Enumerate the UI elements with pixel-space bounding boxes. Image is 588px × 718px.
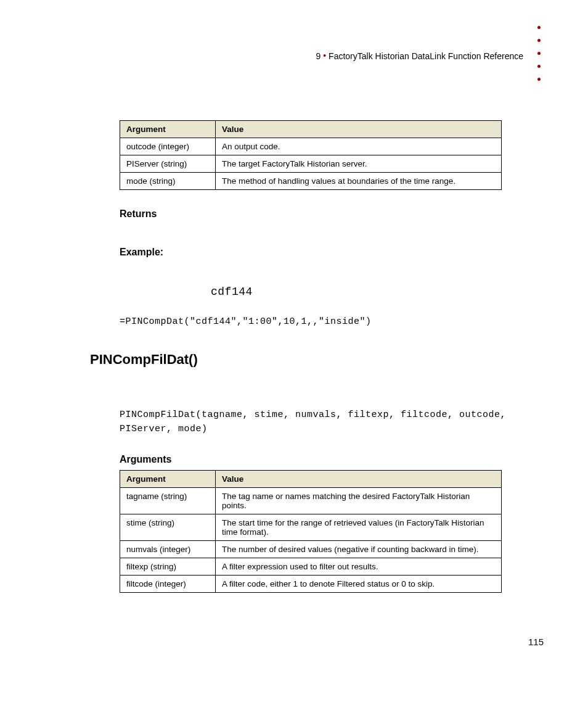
arg-name: outcode (integer): [120, 138, 216, 155]
arguments-table-top: Argument Value outcode (integer) An outp…: [120, 120, 502, 190]
arg-name: filtexp (string): [120, 558, 216, 575]
arguments-heading: Arguments: [120, 454, 544, 465]
col-header-value: Value: [216, 470, 502, 487]
arg-name: PIServer (string): [120, 155, 216, 173]
arg-name: tagname (string): [120, 487, 216, 514]
page-number: 115: [528, 637, 544, 647]
page: 9 • FactoryTalk Historian DataLink Funct…: [0, 0, 588, 718]
chapter-title: FactoryTalk Historian DataLink Function …: [329, 51, 523, 61]
arg-value: A filter code, either 1 to denote Filter…: [216, 575, 502, 592]
arg-name: filtcode (integer): [120, 575, 216, 592]
col-header-value: Value: [216, 121, 502, 138]
col-header-argument: Argument: [120, 121, 216, 138]
function-syntax: PINCompFilDat(tagname, stime, numvals, f…: [120, 408, 544, 437]
running-header: 9 • FactoryTalk Historian DataLink Funct…: [316, 51, 523, 61]
chapter-number: 9: [316, 51, 321, 61]
col-header-argument: Argument: [120, 470, 216, 487]
decorative-dots: [537, 26, 541, 81]
table-row: filtcode (integer) A filter code, either…: [120, 575, 502, 592]
table-row: filtexp (string) A filter expression use…: [120, 558, 502, 575]
arg-value: The target FactoryTalk Historian server.: [216, 155, 502, 173]
bullet-icon: •: [323, 51, 329, 60]
arg-name: mode (string): [120, 173, 216, 190]
arg-value: A filter expression used to filter out r…: [216, 558, 502, 575]
arg-value: An output code.: [216, 138, 502, 155]
table-row: tagname (string) The tag name or names m…: [120, 487, 502, 514]
arg-value: The start time for the range of retrieve…: [216, 514, 502, 540]
table-row: numvals (integer) The number of desired …: [120, 540, 502, 558]
returns-heading: Returns: [120, 208, 544, 220]
arg-name: numvals (integer): [120, 540, 216, 558]
example-code: =PINCompDat("cdf144","1:00",10,1,,"insid…: [120, 316, 544, 327]
table-row: mode (string) The method of handling val…: [120, 173, 502, 190]
table-row: PIServer (string) The target FactoryTalk…: [120, 155, 502, 173]
arg-name: stime (string): [120, 514, 216, 540]
table-row: outcode (integer) An output code.: [120, 138, 502, 155]
table-row: stime (string) The start time for the ra…: [120, 514, 502, 540]
function-title: PINCompFilDat(): [90, 352, 544, 368]
arg-value: The tag name or names matching the desir…: [216, 487, 502, 514]
example-heading: Example:: [120, 247, 544, 258]
example-value: cdf144: [211, 286, 544, 298]
arg-value: The method of handling values at boundar…: [216, 173, 502, 190]
content-area: Argument Value outcode (integer) An outp…: [120, 120, 544, 593]
arguments-table-bottom: Argument Value tagname (string) The tag …: [120, 470, 502, 593]
arg-value: The number of desired values (negative i…: [216, 540, 502, 558]
